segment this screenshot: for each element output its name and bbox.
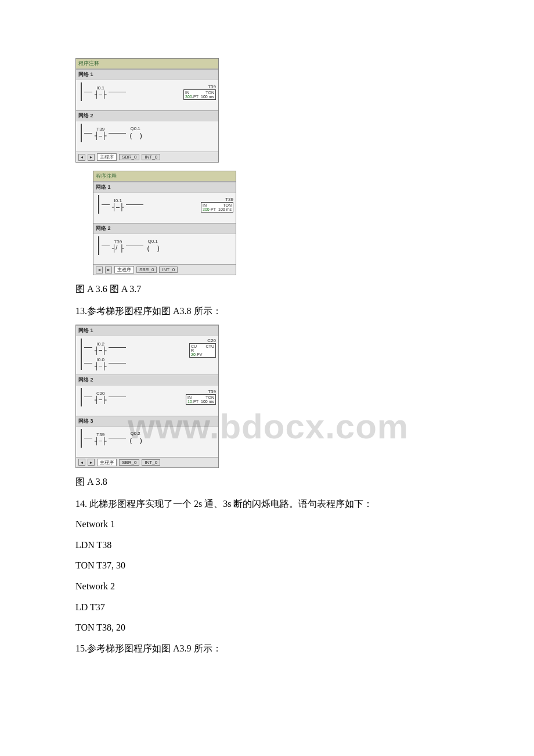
- timer-block-ton: INTON 10-PT100 ms: [186, 394, 216, 405]
- wire: [84, 92, 92, 92]
- network-1-label: 网络 1: [93, 182, 236, 193]
- tab-arrow-right-icon[interactable]: ►: [105, 267, 112, 273]
- stl-line-2: TON T37, 30: [75, 558, 459, 573]
- contact-t39: T39 ┤├: [95, 127, 106, 139]
- tab-int0[interactable]: INT_0: [159, 267, 178, 273]
- timer-label-t39: T39: [208, 389, 216, 394]
- network-2-label: 网络 2: [76, 375, 218, 386]
- line-15: 15.参考梯形图程序如图 A3.9 所示：: [75, 641, 459, 656]
- program-comment-header: 程序注释: [93, 171, 236, 182]
- tab-main[interactable]: 主程序: [114, 266, 134, 273]
- wire: [126, 246, 143, 246]
- program-tabs: ◄ ► 主程序 SBR_0 INT_0: [93, 264, 236, 275]
- network-1-label: 网络 1: [76, 69, 218, 80]
- timer-block-ton: INTON 300-PT100 ms: [183, 89, 216, 100]
- coil-q0-1: Q0.1 ( ): [146, 239, 159, 253]
- tab-int0[interactable]: INT_0: [142, 154, 160, 160]
- wire: [84, 363, 92, 363]
- program-tabs: ◄ ► 主程序 SBR_0 INT_0: [76, 152, 218, 162]
- tab-main[interactable]: 主程序: [97, 153, 117, 161]
- tab-sbr0[interactable]: SBR_0: [119, 154, 139, 160]
- contact-i0-1: I0.1 ┤├: [112, 198, 124, 211]
- coil-q0-1: Q0.1 ( ): [128, 126, 142, 141]
- contact-nc-t39: T39 ┤├: [112, 239, 124, 252]
- tab-arrow-right-icon[interactable]: ►: [88, 459, 95, 466]
- tab-sbr0[interactable]: SBR_0: [119, 459, 139, 466]
- network-3-label: 网络 3: [76, 416, 218, 427]
- caption-a3-6-a3-7: 图 A 3.6 图 A 3.7: [75, 283, 459, 296]
- contact-i0-0: I0.0 ┤├: [95, 357, 106, 370]
- wire: [102, 246, 110, 246]
- stl-line-4: TON T38, 20: [75, 620, 459, 635]
- tab-main[interactable]: 主程序: [97, 459, 117, 466]
- figure-a3-6: 程序注释 网络 1 I0.1 ┤├ T39 INTON 300-: [75, 58, 219, 163]
- figure-a3-8: 网络 1 I0.2 ┤├ C20 CUCTU R: [75, 325, 219, 468]
- program-comment-header: 程序注释: [76, 59, 218, 69]
- contact-c20: C20 ┤├: [95, 391, 106, 404]
- timer-label-t39: T39: [225, 197, 233, 202]
- line-14: 14. 此梯形图程序实现了一个 2s 通、3s 断的闪烁电路。语句表程序如下：: [75, 496, 459, 512]
- tab-int0[interactable]: INT_0: [142, 459, 160, 466]
- stl-line-1: LDN T38: [75, 538, 459, 553]
- network-1-label: 网络 1: [76, 325, 218, 336]
- counter-label-c20: C20: [207, 338, 216, 343]
- stl-line-3: LD T37: [75, 600, 459, 615]
- wire: [102, 204, 110, 205]
- tab-arrow-left-icon[interactable]: ◄: [78, 459, 85, 466]
- tab-arrow-left-icon[interactable]: ◄: [96, 267, 103, 273]
- wire: [84, 347, 92, 348]
- contact-t39: T39 ┤├: [95, 432, 106, 445]
- contact-i0-1: I0.1 ┤├: [95, 85, 106, 98]
- network-2-label: 网络 2: [76, 110, 218, 121]
- wire: [109, 397, 126, 397]
- timer-label-t39: T39: [208, 84, 216, 89]
- wire: [109, 347, 126, 348]
- tab-sbr0[interactable]: SBR_0: [136, 267, 157, 273]
- network-2-label: 网络 2: [93, 223, 236, 234]
- wire: [84, 133, 92, 134]
- counter-block-ctu: CUCTU R 20-PV: [189, 343, 216, 358]
- coil-q0-2: Q0.2 ( ): [128, 431, 142, 445]
- wire: [109, 92, 126, 92]
- caption-a3-8: 图 A 3.8: [75, 476, 459, 488]
- stl-network-1: Network 1: [75, 517, 459, 532]
- wire: [126, 204, 143, 205]
- figure-a3-7: 程序注释 网络 1 I0.1 ┤├ T39 INTON 300-: [93, 171, 236, 275]
- wire: [84, 397, 92, 397]
- wire: [109, 133, 126, 134]
- wire: [109, 438, 126, 438]
- contact-i0-2: I0.2 ┤├: [95, 341, 106, 354]
- line-13: 13.参考梯形图程序如图 A3.8 所示：: [75, 304, 459, 319]
- tab-arrow-left-icon[interactable]: ◄: [78, 154, 85, 161]
- stl-network-2: Network 2: [75, 579, 459, 594]
- wire: [84, 438, 92, 438]
- wire: [109, 363, 126, 363]
- timer-block-ton: INTON 300-PT100 ms: [201, 202, 233, 213]
- tab-arrow-right-icon[interactable]: ►: [88, 154, 95, 161]
- program-tabs: ◄ ► 主程序 SBR_0 INT_0: [76, 457, 218, 467]
